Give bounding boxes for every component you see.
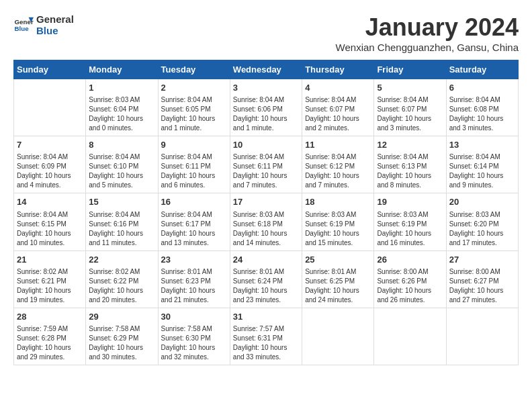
title-block: January 2024 Wenxian Chengguanzhen, Gans… [336, 13, 519, 53]
day-info: Sunrise: 7:58 AM Sunset: 6:30 PM Dayligh… [161, 324, 227, 362]
day-info: Sunrise: 8:02 AM Sunset: 6:21 PM Dayligh… [17, 267, 83, 305]
day-number: 27 [449, 254, 515, 266]
day-info: Sunrise: 8:04 AM Sunset: 6:15 PM Dayligh… [17, 210, 83, 248]
calendar-cell: 1Sunrise: 8:03 AM Sunset: 6:04 PM Daylig… [86, 79, 158, 136]
day-number: 24 [233, 254, 299, 266]
day-info: Sunrise: 8:04 AM Sunset: 6:11 PM Dayligh… [233, 152, 299, 190]
day-number: 1 [89, 82, 154, 94]
day-number: 5 [377, 82, 443, 94]
week-row-1: 1Sunrise: 8:03 AM Sunset: 6:04 PM Daylig… [14, 79, 519, 136]
day-info: Sunrise: 8:01 AM Sunset: 6:23 PM Dayligh… [161, 267, 227, 305]
logo-text-line1: General [36, 13, 74, 25]
day-number: 19 [377, 196, 443, 208]
day-info: Sunrise: 8:04 AM Sunset: 6:17 PM Dayligh… [161, 210, 227, 248]
day-info: Sunrise: 8:03 AM Sunset: 6:04 PM Dayligh… [89, 95, 154, 133]
logo: General Blue General Blue [13, 13, 74, 36]
weekday-header-wednesday: Wednesday [230, 60, 302, 79]
day-number: 21 [17, 254, 83, 266]
weekday-header-tuesday: Tuesday [158, 60, 230, 79]
day-info: Sunrise: 8:01 AM Sunset: 6:25 PM Dayligh… [305, 267, 371, 305]
day-info: Sunrise: 8:03 AM Sunset: 6:19 PM Dayligh… [305, 210, 371, 248]
day-number: 18 [305, 196, 371, 208]
calendar-cell [374, 308, 446, 365]
weekday-header-thursday: Thursday [302, 60, 374, 79]
day-number: 13 [449, 139, 515, 151]
day-number: 8 [89, 139, 154, 151]
day-info: Sunrise: 8:00 AM Sunset: 6:26 PM Dayligh… [377, 267, 443, 305]
calendar-cell: 17Sunrise: 8:03 AM Sunset: 6:18 PM Dayli… [230, 193, 302, 250]
svg-text:Blue: Blue [15, 25, 30, 32]
calendar-cell: 28Sunrise: 7:59 AM Sunset: 6:28 PM Dayli… [14, 308, 86, 365]
calendar-cell [446, 308, 518, 365]
day-info: Sunrise: 8:04 AM Sunset: 6:16 PM Dayligh… [89, 210, 154, 248]
calendar-cell: 15Sunrise: 8:04 AM Sunset: 6:16 PM Dayli… [86, 193, 158, 250]
calendar-table: SundayMondayTuesdayWednesdayThursdayFrid… [13, 60, 519, 365]
day-number: 31 [233, 311, 299, 323]
calendar-cell: 6Sunrise: 8:04 AM Sunset: 6:08 PM Daylig… [446, 79, 518, 136]
calendar-cell: 27Sunrise: 8:00 AM Sunset: 6:27 PM Dayli… [446, 250, 518, 308]
day-number: 3 [233, 82, 299, 94]
calendar-cell: 10Sunrise: 8:04 AM Sunset: 6:11 PM Dayli… [230, 136, 302, 193]
day-number: 25 [305, 254, 371, 266]
calendar-cell: 26Sunrise: 8:00 AM Sunset: 6:26 PM Dayli… [374, 250, 446, 308]
day-info: Sunrise: 8:01 AM Sunset: 6:24 PM Dayligh… [233, 267, 299, 305]
calendar-cell: 19Sunrise: 8:03 AM Sunset: 6:19 PM Dayli… [374, 193, 446, 250]
day-info: Sunrise: 8:02 AM Sunset: 6:22 PM Dayligh… [89, 267, 154, 305]
day-number: 7 [17, 139, 83, 151]
day-number: 15 [89, 196, 154, 208]
logo-text-line2: Blue [36, 25, 74, 36]
weekday-header-saturday: Saturday [446, 60, 518, 79]
calendar-cell: 9Sunrise: 8:04 AM Sunset: 6:11 PM Daylig… [158, 136, 230, 193]
day-number: 9 [161, 139, 227, 151]
calendar-cell [14, 79, 86, 136]
day-number: 6 [449, 82, 515, 94]
day-info: Sunrise: 8:04 AM Sunset: 6:14 PM Dayligh… [449, 152, 515, 190]
day-number: 22 [89, 254, 154, 266]
calendar-cell: 8Sunrise: 8:04 AM Sunset: 6:10 PM Daylig… [86, 136, 158, 193]
day-info: Sunrise: 8:04 AM Sunset: 6:05 PM Dayligh… [161, 95, 227, 133]
day-number: 30 [161, 311, 227, 323]
calendar-cell: 5Sunrise: 8:04 AM Sunset: 6:07 PM Daylig… [374, 79, 446, 136]
calendar-cell: 4Sunrise: 8:04 AM Sunset: 6:07 PM Daylig… [302, 79, 374, 136]
day-number: 29 [89, 311, 154, 323]
calendar-cell: 3Sunrise: 8:04 AM Sunset: 6:06 PM Daylig… [230, 79, 302, 136]
day-number: 14 [17, 196, 83, 208]
day-info: Sunrise: 8:04 AM Sunset: 6:13 PM Dayligh… [377, 152, 443, 190]
week-row-5: 28Sunrise: 7:59 AM Sunset: 6:28 PM Dayli… [14, 308, 519, 365]
calendar-cell: 20Sunrise: 8:03 AM Sunset: 6:20 PM Dayli… [446, 193, 518, 250]
weekday-header-row: SundayMondayTuesdayWednesdayThursdayFrid… [14, 60, 519, 79]
day-info: Sunrise: 8:04 AM Sunset: 6:06 PM Dayligh… [233, 95, 299, 133]
calendar-cell: 2Sunrise: 8:04 AM Sunset: 6:05 PM Daylig… [158, 79, 230, 136]
day-number: 16 [161, 196, 227, 208]
day-number: 12 [377, 139, 443, 151]
calendar-cell: 22Sunrise: 8:02 AM Sunset: 6:22 PM Dayli… [86, 250, 158, 308]
calendar-cell: 14Sunrise: 8:04 AM Sunset: 6:15 PM Dayli… [14, 193, 86, 250]
calendar-cell: 25Sunrise: 8:01 AM Sunset: 6:25 PM Dayli… [302, 250, 374, 308]
logo-icon: General Blue [13, 15, 34, 35]
calendar-cell: 12Sunrise: 8:04 AM Sunset: 6:13 PM Dayli… [374, 136, 446, 193]
day-number: 17 [233, 196, 299, 208]
location-subtitle: Wenxian Chengguanzhen, Gansu, China [336, 42, 519, 53]
calendar-cell: 23Sunrise: 8:01 AM Sunset: 6:23 PM Dayli… [158, 250, 230, 308]
week-row-4: 21Sunrise: 8:02 AM Sunset: 6:21 PM Dayli… [14, 250, 519, 308]
day-info: Sunrise: 8:04 AM Sunset: 6:12 PM Dayligh… [305, 152, 371, 190]
day-info: Sunrise: 8:03 AM Sunset: 6:18 PM Dayligh… [233, 210, 299, 248]
day-number: 11 [305, 139, 371, 151]
day-info: Sunrise: 8:04 AM Sunset: 6:08 PM Dayligh… [449, 95, 515, 133]
day-info: Sunrise: 8:04 AM Sunset: 6:11 PM Dayligh… [161, 152, 227, 190]
day-number: 28 [17, 311, 83, 323]
day-number: 23 [161, 254, 227, 266]
day-info: Sunrise: 7:58 AM Sunset: 6:29 PM Dayligh… [89, 324, 154, 362]
day-info: Sunrise: 8:04 AM Sunset: 6:10 PM Dayligh… [89, 152, 154, 190]
calendar-cell: 31Sunrise: 7:57 AM Sunset: 6:31 PM Dayli… [230, 308, 302, 365]
calendar-cell: 11Sunrise: 8:04 AM Sunset: 6:12 PM Dayli… [302, 136, 374, 193]
calendar-cell: 16Sunrise: 8:04 AM Sunset: 6:17 PM Dayli… [158, 193, 230, 250]
calendar-cell: 18Sunrise: 8:03 AM Sunset: 6:19 PM Dayli… [302, 193, 374, 250]
calendar-cell: 24Sunrise: 8:01 AM Sunset: 6:24 PM Dayli… [230, 250, 302, 308]
day-number: 20 [449, 196, 515, 208]
week-row-2: 7Sunrise: 8:04 AM Sunset: 6:09 PM Daylig… [14, 136, 519, 193]
day-info: Sunrise: 8:00 AM Sunset: 6:27 PM Dayligh… [449, 267, 515, 305]
week-row-3: 14Sunrise: 8:04 AM Sunset: 6:15 PM Dayli… [14, 193, 519, 250]
day-info: Sunrise: 8:04 AM Sunset: 6:09 PM Dayligh… [17, 152, 83, 190]
month-title: January 2024 [336, 13, 519, 42]
